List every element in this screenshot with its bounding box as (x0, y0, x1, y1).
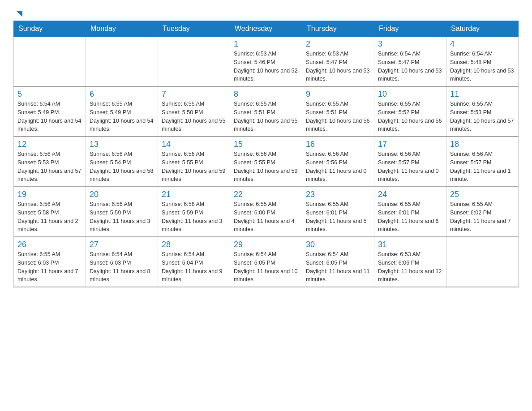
day-number: 9 (306, 90, 370, 99)
day-info: Sunrise: 6:53 AM Sunset: 5:46 PM Dayligh… (234, 50, 298, 83)
day-info: Sunrise: 6:54 AM Sunset: 5:47 PM Dayligh… (378, 50, 442, 83)
calendar-cell (14, 37, 86, 87)
day-info: Sunrise: 6:56 AM Sunset: 5:53 PM Dayligh… (17, 150, 82, 184)
calendar-cell: 25Sunrise: 6:55 AM Sunset: 6:02 PM Dayli… (446, 187, 519, 237)
day-info: Sunrise: 6:56 AM Sunset: 5:54 PM Dayligh… (90, 150, 154, 184)
day-number: 25 (450, 190, 515, 199)
day-info: Sunrise: 6:53 AM Sunset: 6:06 PM Dayligh… (378, 250, 442, 284)
day-number: 17 (378, 140, 442, 149)
day-number: 3 (378, 39, 442, 49)
day-number: 28 (162, 240, 226, 249)
calendar-cell: 12Sunrise: 6:56 AM Sunset: 5:53 PM Dayli… (14, 137, 86, 187)
day-info: Sunrise: 6:56 AM Sunset: 5:57 PM Dayligh… (378, 150, 442, 184)
day-info: Sunrise: 6:55 AM Sunset: 6:01 PM Dayligh… (306, 200, 370, 234)
day-info: Sunrise: 6:56 AM Sunset: 5:58 PM Dayligh… (17, 200, 82, 234)
day-number: 22 (234, 190, 298, 199)
day-number: 1 (234, 39, 298, 49)
day-info: Sunrise: 6:55 AM Sunset: 5:51 PM Dayligh… (234, 100, 298, 133)
day-number: 4 (450, 39, 515, 49)
day-number: 16 (306, 140, 370, 149)
day-info: Sunrise: 6:56 AM Sunset: 5:59 PM Dayligh… (162, 200, 226, 234)
day-number: 31 (378, 240, 442, 249)
col-header-sunday: Sunday (14, 21, 86, 37)
calendar-cell: 15Sunrise: 6:56 AM Sunset: 5:55 PM Dayli… (230, 137, 302, 187)
day-info: Sunrise: 6:56 AM Sunset: 5:55 PM Dayligh… (162, 150, 226, 184)
calendar-cell: 31Sunrise: 6:53 AM Sunset: 6:06 PM Dayli… (374, 237, 446, 287)
calendar-cell: 10Sunrise: 6:55 AM Sunset: 5:52 PM Dayli… (374, 86, 446, 137)
day-info: Sunrise: 6:56 AM Sunset: 5:55 PM Dayligh… (234, 150, 298, 184)
col-header-tuesday: Tuesday (158, 21, 230, 37)
col-header-thursday: Thursday (302, 21, 374, 37)
day-number: 13 (90, 140, 154, 149)
day-number: 23 (306, 190, 370, 199)
day-number: 24 (378, 190, 442, 199)
calendar-cell: 4Sunrise: 6:54 AM Sunset: 5:48 PM Daylig… (446, 37, 519, 87)
day-number: 19 (17, 190, 82, 199)
day-number: 14 (162, 140, 226, 149)
calendar-cell (86, 37, 158, 87)
day-number: 6 (90, 90, 154, 99)
calendar-cell: 11Sunrise: 6:55 AM Sunset: 5:53 PM Dayli… (446, 86, 519, 137)
calendar-cell: 23Sunrise: 6:55 AM Sunset: 6:01 PM Dayli… (302, 187, 374, 237)
day-info: Sunrise: 6:56 AM Sunset: 5:57 PM Dayligh… (450, 150, 515, 184)
calendar-cell: 5Sunrise: 6:54 AM Sunset: 5:49 PM Daylig… (14, 86, 86, 137)
week-row-4: 19Sunrise: 6:56 AM Sunset: 5:58 PM Dayli… (14, 187, 519, 237)
day-number: 20 (90, 190, 154, 199)
week-row-3: 12Sunrise: 6:56 AM Sunset: 5:53 PM Dayli… (14, 137, 519, 187)
day-info: Sunrise: 6:54 AM Sunset: 5:49 PM Dayligh… (17, 100, 82, 133)
calendar-cell: 20Sunrise: 6:56 AM Sunset: 5:59 PM Dayli… (86, 187, 158, 237)
day-number: 10 (378, 90, 442, 99)
calendar-cell: 8Sunrise: 6:55 AM Sunset: 5:51 PM Daylig… (230, 86, 302, 137)
calendar-cell: 22Sunrise: 6:55 AM Sunset: 6:00 PM Dayli… (230, 187, 302, 237)
day-info: Sunrise: 6:55 AM Sunset: 6:03 PM Dayligh… (17, 250, 82, 284)
col-header-wednesday: Wednesday (230, 21, 302, 37)
calendar-cell: 13Sunrise: 6:56 AM Sunset: 5:54 PM Dayli… (86, 137, 158, 187)
calendar-cell (158, 37, 230, 87)
day-number: 26 (17, 240, 82, 249)
week-row-5: 26Sunrise: 6:55 AM Sunset: 6:03 PM Dayli… (14, 237, 519, 287)
calendar-cell: 27Sunrise: 6:54 AM Sunset: 6:03 PM Dayli… (86, 237, 158, 287)
day-number: 5 (17, 90, 82, 99)
calendar-cell: 16Sunrise: 6:56 AM Sunset: 5:56 PM Dayli… (302, 137, 374, 187)
calendar-cell: 18Sunrise: 6:56 AM Sunset: 5:57 PM Dayli… (446, 137, 519, 187)
day-info: Sunrise: 6:55 AM Sunset: 5:52 PM Dayligh… (378, 100, 442, 133)
day-info: Sunrise: 6:55 AM Sunset: 6:01 PM Dayligh… (378, 200, 442, 234)
day-number: 12 (17, 140, 82, 149)
day-info: Sunrise: 6:55 AM Sunset: 6:00 PM Dayligh… (234, 200, 298, 234)
day-number: 7 (162, 90, 226, 99)
day-number: 29 (234, 240, 298, 249)
col-header-monday: Monday (86, 21, 158, 37)
calendar-cell: 9Sunrise: 6:55 AM Sunset: 5:51 PM Daylig… (302, 86, 374, 137)
day-info: Sunrise: 6:54 AM Sunset: 6:03 PM Dayligh… (90, 250, 154, 284)
day-info: Sunrise: 6:54 AM Sunset: 6:04 PM Dayligh… (162, 250, 226, 284)
day-number: 30 (306, 240, 370, 249)
day-number: 21 (162, 190, 226, 199)
calendar-cell: 7Sunrise: 6:55 AM Sunset: 5:50 PM Daylig… (158, 86, 230, 137)
calendar-cell: 2Sunrise: 6:53 AM Sunset: 5:47 PM Daylig… (302, 37, 374, 87)
week-row-2: 5Sunrise: 6:54 AM Sunset: 5:49 PM Daylig… (14, 86, 519, 137)
day-number: 15 (234, 140, 298, 149)
calendar-cell: 21Sunrise: 6:56 AM Sunset: 5:59 PM Dayli… (158, 187, 230, 237)
day-info: Sunrise: 6:54 AM Sunset: 6:05 PM Dayligh… (306, 250, 370, 284)
calendar-cell: 17Sunrise: 6:56 AM Sunset: 5:57 PM Dayli… (374, 137, 446, 187)
calendar-cell (446, 237, 519, 287)
calendar-cell: 3Sunrise: 6:54 AM Sunset: 5:47 PM Daylig… (374, 37, 446, 87)
day-info: Sunrise: 6:55 AM Sunset: 5:50 PM Dayligh… (162, 100, 226, 133)
day-info: Sunrise: 6:54 AM Sunset: 6:05 PM Dayligh… (234, 250, 298, 284)
calendar-cell: 26Sunrise: 6:55 AM Sunset: 6:03 PM Dayli… (14, 237, 86, 287)
svg-marker-0 (16, 11, 22, 17)
day-number: 18 (450, 140, 515, 149)
day-number: 8 (234, 90, 298, 99)
calendar-table: SundayMondayTuesdayWednesdayThursdayFrid… (13, 21, 519, 287)
calendar-cell: 28Sunrise: 6:54 AM Sunset: 6:04 PM Dayli… (158, 237, 230, 287)
day-info: Sunrise: 6:56 AM Sunset: 5:59 PM Dayligh… (90, 200, 154, 234)
calendar-cell: 30Sunrise: 6:54 AM Sunset: 6:05 PM Dayli… (302, 237, 374, 287)
calendar-header-row: SundayMondayTuesdayWednesdayThursdayFrid… (14, 21, 519, 37)
week-row-1: 1Sunrise: 6:53 AM Sunset: 5:46 PM Daylig… (14, 37, 519, 87)
logo-triangle-icon (14, 9, 24, 19)
calendar-cell: 6Sunrise: 6:55 AM Sunset: 5:49 PM Daylig… (86, 86, 158, 137)
day-info: Sunrise: 6:55 AM Sunset: 5:53 PM Dayligh… (450, 100, 515, 133)
day-number: 27 (90, 240, 154, 249)
day-info: Sunrise: 6:54 AM Sunset: 5:48 PM Dayligh… (450, 50, 515, 83)
col-header-friday: Friday (374, 21, 446, 37)
